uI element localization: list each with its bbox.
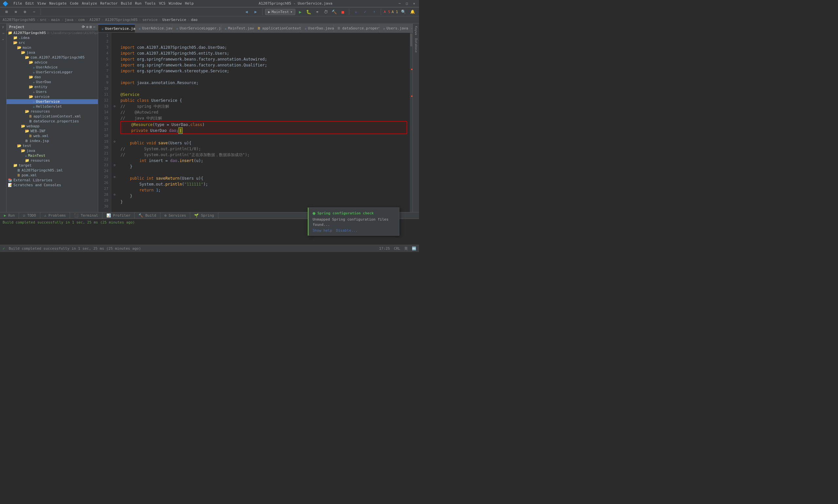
settings-icon[interactable]: ⚙ (86, 25, 88, 29)
menu-file[interactable]: File (14, 1, 22, 5)
breadcrumb-dao[interactable]: dao (191, 18, 197, 22)
breadcrumb-com[interactable]: com (78, 18, 85, 22)
tree-java[interactable]: 📂 java (6, 50, 98, 55)
run-tab[interactable]: ▶ Run (0, 212, 19, 219)
tree-resources-folder[interactable]: 📂 resources (6, 109, 98, 114)
terminal-tab[interactable]: ⬛ Terminal (70, 212, 103, 219)
status-lang[interactable]: 英 (404, 246, 408, 251)
menu-edit[interactable]: Edit (25, 1, 34, 5)
tree-appcontext[interactable]: 🗎 applicationContext.xml (6, 114, 98, 119)
back-btn[interactable]: ◀ (243, 8, 250, 16)
profiler-tab[interactable]: 📊 Profiler (103, 212, 135, 219)
kaywa-tab[interactable]: Kaywa (414, 25, 418, 36)
tab-userservice[interactable]: ☕ UserService.java ✕ (98, 24, 135, 32)
breadcrumb-service[interactable]: service (142, 18, 158, 22)
tree-test-folder[interactable]: 📂 test (6, 143, 98, 148)
tab-users[interactable]: ☕ Users.java ✕ (380, 24, 412, 32)
expand-icon[interactable]: ⊞ (90, 25, 92, 29)
tree-target[interactable]: 📁 target (6, 163, 98, 168)
tree-idea[interactable]: 📁 .idea (6, 35, 98, 40)
menu-build[interactable]: Build (121, 1, 131, 5)
stop-button[interactable]: ■ (339, 8, 346, 15)
tree-dao-folder[interactable]: 📂 dao (6, 75, 98, 79)
hide-icon[interactable]: ─ (93, 25, 95, 29)
tree-src[interactable]: 📂 src (6, 40, 98, 45)
disable-link[interactable]: Disable... (336, 229, 358, 233)
code-area[interactable]: 1 2 3 4 5 6 7 8 9 10 11 12 13 (98, 33, 412, 212)
problems-tab[interactable]: ⚠ Problems (40, 212, 70, 219)
breadcrumb-java[interactable]: java (65, 18, 74, 22)
project-tab-icon[interactable]: P (1, 25, 6, 30)
toolbar-settings-btn[interactable]: ⚙ (21, 8, 29, 16)
tree-webinf[interactable]: 📂 WEB-INF (6, 129, 98, 133)
breadcrumb-userservice[interactable]: UserService (162, 18, 186, 22)
tree-indexjsp[interactable]: 🗎 index.jsp (6, 139, 98, 143)
toolbar-list-btn[interactable]: ≡ (12, 8, 20, 16)
tab-useradvice[interactable]: ☕ UserAdvice.java ● ✕ (135, 24, 173, 32)
tree-userdao[interactable]: ☕ UserDao (6, 79, 98, 85)
tree-root[interactable]: 📁 A1207Springch05 D:\JavaEnterpriseWeb\A… (6, 31, 98, 35)
coverage-button[interactable]: ☂ (314, 8, 321, 15)
search-everywhere-btn[interactable]: 🔍 (399, 8, 407, 16)
tree-test-java[interactable]: 📂 java (6, 148, 98, 153)
minimize-button[interactable]: ─ (397, 1, 402, 6)
tab-datasource[interactable]: 🗎 dataSource.properties ✕ (334, 24, 380, 32)
menu-view[interactable]: View (37, 1, 46, 5)
breadcrumb-main[interactable]: main (51, 18, 60, 22)
menu-help[interactable]: Help (185, 1, 194, 5)
debug-button[interactable]: 🐛 (305, 8, 312, 15)
tree-datasource[interactable]: 🗎 dataSource.properties (6, 119, 98, 124)
tree-webapp[interactable]: 📂 webapp (6, 124, 98, 129)
menu-vcs[interactable]: VCS (159, 1, 165, 5)
profile-button[interactable]: ⏱ (322, 8, 329, 15)
tab-appcontext[interactable]: 🗎 applicationContext.xml ✕ (254, 24, 301, 32)
tab-maintest[interactable]: ☕ MainTest.java ✕ (221, 24, 254, 32)
vcs-commit-btn[interactable]: ✓ (361, 8, 369, 16)
favorites-tab-icon[interactable]: ★ (1, 37, 6, 42)
menu-navigate[interactable]: Navigate (50, 1, 67, 5)
tree-useradvice[interactable]: ☕ UserAdvice (6, 65, 98, 70)
status-encoding[interactable]: CRL (394, 247, 400, 251)
toolbar-minus-btn[interactable]: − (30, 8, 38, 16)
forward-btn[interactable]: ▶ (252, 8, 260, 16)
tree-advice-folder[interactable]: 📂 advice (6, 60, 98, 65)
todo-tab[interactable]: ☑ TODO (19, 212, 40, 219)
services-tab[interactable]: ⚙ Services (160, 212, 190, 219)
tree-iml[interactable]: 🗎 A1207Springch05.iml (6, 168, 98, 173)
menu-analyze[interactable]: Analyze (82, 1, 97, 5)
sync-icon[interactable]: ⟳ (82, 25, 85, 29)
tree-userservice[interactable]: ☕ UserService (6, 99, 98, 104)
editor-scrollbar[interactable] (410, 33, 412, 212)
build-tab[interactable]: 🔨 Build (135, 212, 160, 219)
tree-main[interactable]: 📂 main (6, 45, 98, 50)
code-content[interactable]: import com.A1207.A1207Springch05.dao.Use… (118, 33, 410, 212)
tree-com-package[interactable]: 📂 com.A1207.A1207Springch05 (6, 55, 98, 60)
toolbar-layout-btn[interactable]: ⊞ (3, 8, 11, 16)
show-help-link[interactable]: Show help (313, 229, 332, 233)
database-tab[interactable]: Database (414, 37, 418, 54)
structure-tab-icon[interactable]: S (1, 31, 6, 36)
run-config-dropdown[interactable]: ▶ MainTest ▾ (265, 9, 295, 15)
tree-scratches[interactable]: 📝 Scratches and Consoles (6, 183, 98, 187)
tree-pom[interactable]: 🗎 pom.xml (6, 173, 98, 178)
tree-service-folder[interactable]: 📂 service (6, 94, 98, 99)
tree-test-resources[interactable]: 📁 resources (6, 158, 98, 163)
tab-userservicelogger[interactable]: ☕ UserServiceLogger.java ● ✕ (173, 24, 221, 32)
menu-window[interactable]: Window (168, 1, 182, 5)
tree-helloservlet[interactable]: ☕ HelloServlet (6, 104, 98, 109)
menu-code[interactable]: Code (70, 1, 78, 5)
run-button[interactable]: ▶ (297, 8, 304, 15)
tab-userdao[interactable]: ☕ UserDao.java ✕ (301, 24, 334, 32)
spring-tab[interactable]: 🌱 Spring (190, 212, 218, 219)
menu-bar[interactable]: File Edit View Navigate Code Analyze Ref… (14, 1, 194, 5)
tree-webxml[interactable]: 🗎 web.xml (6, 133, 98, 139)
breadcrumb-project[interactable]: A1207Springch05 (3, 18, 35, 22)
tree-maintest[interactable]: ☕ MainTest (6, 153, 98, 158)
tree-userservicelogger[interactable]: ☕ UserServiceLogger (6, 70, 98, 75)
tree-entity-folder[interactable]: 📂 entity (6, 85, 98, 89)
build-hammer-button[interactable]: 🔨 (331, 8, 338, 15)
vcs-update-btn[interactable]: ↓ (352, 8, 360, 16)
breadcrumb-springch05[interactable]: A1207Springch05 (105, 18, 138, 22)
tree-users[interactable]: ☕ Users (6, 89, 98, 94)
menu-refactor[interactable]: Refactor (100, 1, 118, 5)
